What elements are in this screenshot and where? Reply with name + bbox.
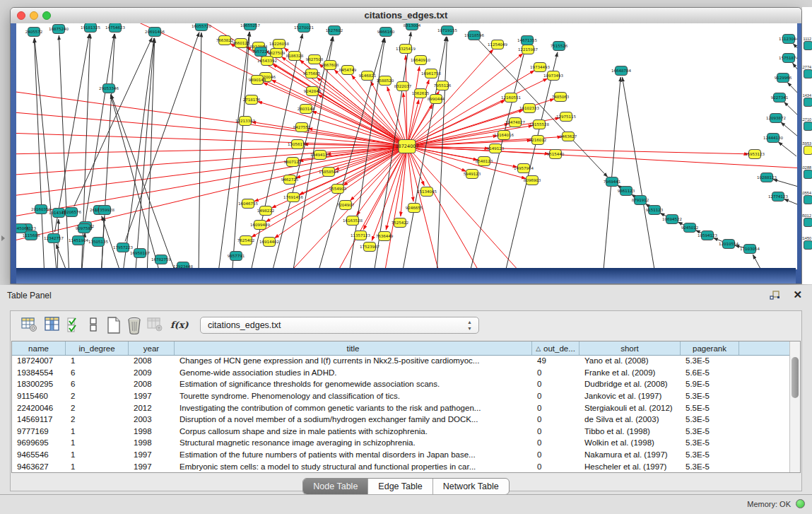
cell-title: Genome-wide association studies in ADHD.	[175, 368, 532, 377]
table-tabs: Node TableEdge TableNetwork Table	[302, 478, 509, 495]
network-canvas[interactable]: 1872400776638229660125891295418226058982…	[16, 23, 797, 269]
table-panel: Table Panel ✕	[0, 285, 812, 494]
network-node[interactable]	[804, 122, 812, 131]
network-node[interactable]	[804, 170, 812, 179]
memory-ok-indicator[interactable]	[796, 499, 805, 508]
node-label: 8791912	[632, 198, 649, 202]
node-label: 1588520	[377, 78, 394, 83]
table-row[interactable]: 1830029562008Estimation of significance …	[12, 378, 789, 390]
column-header-in_degree[interactable]: in_degree	[66, 341, 129, 355]
view-frame-bottom	[16, 268, 796, 284]
node-label: 2405572	[25, 30, 43, 34]
node-label: 10594123	[698, 233, 717, 238]
cell-short: Dudbridge et al. (2008)	[579, 380, 681, 388]
node-label: 18226058	[269, 42, 289, 46]
node-label: 9151123	[646, 208, 664, 212]
node-label: 11123044	[779, 37, 797, 41]
table-row[interactable]: 1872400712008Changes of HCN gene express…	[12, 355, 789, 367]
network-edge	[199, 33, 201, 269]
node-label: 1345061	[16, 226, 29, 230]
cell-name: 18724007	[12, 356, 66, 365]
cell-out_degree: 0	[532, 380, 579, 388]
view-frame-left	[11, 23, 16, 284]
cell-pagerank: 5.3E-5	[681, 427, 739, 436]
network-node[interactable]	[804, 218, 812, 227]
node-label: 7957224	[252, 49, 270, 54]
float-panel-icon[interactable]	[770, 291, 781, 300]
table-selector-dropdown[interactable]: citations_edges.txt ▲▼	[200, 317, 479, 334]
cell-out_degree: 0	[532, 415, 579, 424]
node-label: 9827508	[306, 57, 324, 62]
network-node[interactable]	[804, 98, 812, 107]
node-label: 14957964	[514, 166, 534, 170]
node-label: 9890144	[249, 78, 266, 82]
column-header-title[interactable]: title	[175, 341, 532, 355]
cell-name: 9777169	[12, 427, 66, 436]
new-table-icon[interactable]	[105, 316, 124, 334]
delete-table-icon[interactable]	[126, 316, 144, 334]
network-node[interactable]	[804, 69, 812, 78]
network-edge	[781, 122, 797, 136]
node-label: 18155528	[529, 122, 549, 127]
table-panel-titlebar: Table Panel ✕	[0, 285, 812, 306]
column-header-out_degree[interactable]: △out_de...	[532, 341, 579, 355]
column-header-name[interactable]: name	[12, 341, 66, 355]
row-height-icon[interactable]	[86, 316, 105, 334]
close-panel-icon[interactable]: ✕	[793, 288, 802, 301]
tab-network-table[interactable]: Network Table	[433, 479, 509, 494]
window-titlebar[interactable]: citations_edges.txt	[11, 8, 801, 24]
column-header-short[interactable]: short	[579, 341, 681, 355]
node-label: 16648784	[611, 69, 631, 73]
node-label: 12975115	[556, 115, 576, 119]
network-edge	[504, 52, 558, 269]
table-header-row: namein_degreeyeartitle△out_de...shortpag…	[12, 341, 789, 356]
table-row[interactable]: 977716911998Corpus callosum shape and si…	[12, 426, 789, 438]
network-edge	[784, 102, 797, 117]
cell-in_degree: 2	[66, 404, 129, 412]
node-label: 1362615	[412, 91, 430, 95]
node-label: 20206576	[61, 210, 81, 214]
adjacent-view-strip: 1112127741434127101595310288120105549245…	[802, 7, 812, 284]
dropdown-stepper-icon: ▲▼	[467, 319, 472, 332]
column-header-year[interactable]: year	[129, 341, 175, 355]
table-row[interactable]: 2242004622012Investigating the contribut…	[12, 402, 789, 414]
column-chooser-icon[interactable]	[44, 316, 62, 334]
cell-pagerank: 5.3E-5	[681, 450, 739, 459]
function-builder-icon[interactable]: f(x)	[170, 316, 189, 334]
table-row[interactable]: 1938455462009Genome-wide association stu…	[12, 367, 789, 379]
node-label: 19734493	[530, 65, 550, 69]
node-label: 17359928	[95, 208, 114, 212]
table-body: 1872400712008Changes of HCN gene express…	[12, 355, 789, 472]
cell-name: 9115460	[12, 392, 66, 400]
network-node[interactable]	[804, 41, 812, 50]
column-header-pagerank[interactable]: pagerank	[681, 341, 739, 355]
node-label: 7955126	[434, 83, 452, 88]
node-label: 15270021	[294, 25, 314, 30]
table-row[interactable]: 946362711997Embryonic stem cells: a mode…	[12, 460, 789, 472]
table-row[interactable]: 969969511998Structural magnetic resonanc…	[12, 437, 789, 449]
node-label: 9857791	[228, 254, 245, 258]
node-label: 10655257	[240, 23, 260, 28]
network-node[interactable]	[804, 195, 812, 204]
node-label: 16099489	[250, 223, 270, 227]
table-settings-icon[interactable]	[20, 316, 39, 334]
tab-edge-table[interactable]: Edge Table	[368, 479, 433, 494]
cell-title: Disruption of a novel member of a sodium…	[175, 415, 532, 424]
vertical-scrollbar[interactable]	[789, 341, 800, 472]
network-graph[interactable]: 1872400776638229660125891295418226058982…	[16, 23, 797, 269]
tab-node-table[interactable]: Node Table	[303, 479, 368, 494]
select-all-check-icon[interactable]	[66, 316, 84, 334]
node-label: 2803144	[298, 107, 315, 111]
node-label: 8313004	[404, 23, 421, 28]
cell-name: 9699695	[12, 438, 66, 447]
network-node[interactable]	[804, 240, 812, 250]
cell-year: 1998	[129, 438, 175, 447]
cell-in_degree: 1	[66, 427, 129, 436]
table-row[interactable]: 1456911722003Disruption of a novel membe…	[12, 414, 789, 426]
network-edge	[678, 222, 684, 225]
network-node[interactable]	[804, 146, 812, 155]
table-row[interactable]: 946554611997Estimation of the future num…	[12, 449, 789, 461]
scrollbar-thumb[interactable]	[792, 357, 799, 398]
table-row[interactable]: 911546021997Tourette syndrome. Phenomeno…	[12, 390, 789, 402]
cell-title: Estimation of significance thresholds fo…	[175, 380, 532, 388]
